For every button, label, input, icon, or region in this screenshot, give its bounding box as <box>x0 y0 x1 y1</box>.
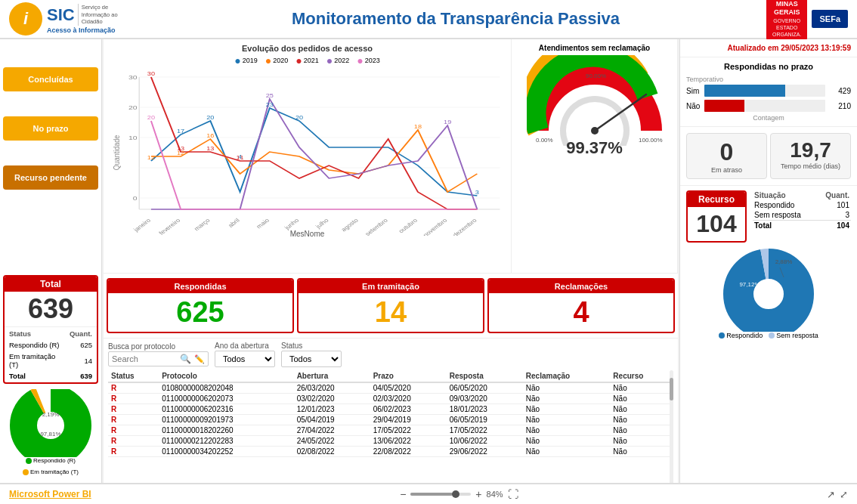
sic-acesso-text: Acesso à Informação <box>47 26 118 34</box>
svg-point-0 <box>23 398 78 453</box>
svg-text:16: 16 <box>206 133 215 139</box>
svg-text:90.00%: 90.00% <box>586 73 606 79</box>
zoom-controls: − + 84% ⛶ <box>400 488 518 500</box>
svg-text:outubro: outubro <box>397 217 419 234</box>
table-row[interactable]: R0110000000920197305/04/201929/04/201906… <box>108 415 673 425</box>
svg-text:20: 20 <box>147 115 156 121</box>
search-box: 🔍 ✏️ <box>108 351 209 366</box>
status-label: Status <box>281 342 342 350</box>
svg-text:abril: abril <box>227 218 241 229</box>
recurso-pie-area: 97,12% 2,88% Respondido Sem resposta <box>686 249 851 339</box>
recurso-section: Recurso 104 Situação Quant. Respondido 1… <box>680 186 857 483</box>
svg-text:10: 10 <box>128 135 138 141</box>
table-row[interactable]: R0108000000820204826/03/202004/05/202006… <box>108 382 673 394</box>
sidebar-item-recurso-pendente[interactable]: Recurso pendente <box>3 165 98 190</box>
total-value: 639 <box>5 292 97 326</box>
edit-icon: ✏️ <box>194 354 205 364</box>
svg-text:fevereiro: fevereiro <box>157 217 182 236</box>
line-chart-legend: ● 2019 ● 2020 ● 2021 ● 2022 ● 2023 <box>110 54 505 66</box>
line-chart-svg: Quantidade 30 20 10 0 janeiro <box>110 70 505 236</box>
temporativo-label: Temporativo <box>686 76 851 83</box>
sidebar-item-no-prazo[interactable]: No prazo <box>3 116 98 141</box>
table-wrapper: Status Protocolo Abertura Prazo Resposta… <box>108 370 673 483</box>
svg-text:2,88%: 2,88% <box>775 258 793 265</box>
line-chart-title: Evolução dos pedidos de acesso <box>110 44 505 53</box>
recurso-table: Situação Quant. Respondido 101 Sem respo… <box>753 190 851 230</box>
status-row-respondido: Respondido (R) 625 <box>6 340 95 350</box>
svg-text:12: 12 <box>147 155 156 161</box>
sidebar-sic-logo <box>3 44 98 50</box>
kpi-tramitacao-header: Em tramitação <box>299 280 483 293</box>
recurso-row-total: Total 104 <box>753 221 851 231</box>
respondidas-prazo-section: Respondidas no prazo Temporativo Sim 429… <box>680 57 857 127</box>
sidebar-item-concluidas[interactable]: Concluídas <box>3 67 98 91</box>
recurso-pie-legend: Respondido Sem resposta <box>719 332 818 339</box>
right-panel: Atualizado em 29/05/2023 13:19:59 Respon… <box>679 39 857 483</box>
svg-text:18: 18 <box>414 124 422 130</box>
header-logos: MINASGERAIS GOVERNOESTADOORGANIZA. SEFa <box>766 0 848 40</box>
gauge-svg: 0.00% 90.00% 100.00% <box>527 55 663 146</box>
table-header-row: Status Protocolo Abertura Prazo Resposta… <box>108 370 673 382</box>
table-row[interactable]: R0110000000620231612/01/202306/02/202318… <box>108 404 673 415</box>
table-row[interactable]: R0110000000620207303/02/202002/03/202009… <box>108 394 673 404</box>
recurso-pie-svg: 97,12% 2,88% <box>708 249 829 332</box>
svg-text:17: 17 <box>177 128 185 135</box>
zoom-slider[interactable] <box>410 493 471 496</box>
sidebar: Concluídas No prazo Recurso pendente Tot… <box>0 39 102 483</box>
status-row-tramitacao: Em tramitação (T) 14 <box>6 351 95 369</box>
svg-text:30: 30 <box>147 71 156 77</box>
kpi-respondidas-header: Respondidas <box>108 280 292 293</box>
powerbi-link[interactable]: Microsoft Power BI <box>9 489 91 499</box>
svg-text:25: 25 <box>266 93 274 99</box>
metrics-section: 0 Em atraso 19,7 Tempo médio (dias) <box>680 127 857 186</box>
nao-bar-container <box>704 100 825 112</box>
em-atraso-label: Em atraso <box>691 166 762 174</box>
bottom-bar: Microsoft Power BI − + 84% ⛶ ↗ ⤢ <box>0 483 857 504</box>
expand-button[interactable]: ⤢ <box>840 489 848 500</box>
svg-text:janeiro: janeiro <box>131 217 153 233</box>
svg-text:março: março <box>193 217 212 231</box>
sefa-logo: SEFa <box>812 10 848 28</box>
sic-brand-block: SIC Serviço deInformação aoCidadão Acess… <box>47 4 118 34</box>
main-content: Concluídas No prazo Recurso pendente Tot… <box>0 39 857 483</box>
busca-label: Busca por protocolo <box>108 342 209 351</box>
recurso-status: Situação Quant. Respondido 101 Sem respo… <box>753 190 851 230</box>
svg-text:dezembro: dezembro <box>451 217 478 236</box>
svg-text:Quantidade: Quantidade <box>112 135 121 171</box>
kpi-tramitacao: Em tramitação 14 <box>297 278 484 333</box>
svg-text:100.00%: 100.00% <box>639 137 663 144</box>
updated-text: Atualizado em 29/05/2023 13:19:59 <box>686 44 851 52</box>
scrollbar[interactable] <box>670 370 673 483</box>
ano-select[interactable]: Todos 2019 2020 2021 2022 2023 <box>215 351 275 367</box>
table-row[interactable]: R0110000003420225202/08/202222/08/202229… <box>108 447 673 457</box>
svg-text:11: 11 <box>237 155 245 161</box>
status-row-total: Total 639 <box>6 371 95 381</box>
zoom-in-button[interactable]: + <box>475 488 481 500</box>
svg-text:2,19%: 2,19% <box>42 411 60 418</box>
table-row[interactable]: R0110000001820226027/04/202217/05/202217… <box>108 425 673 436</box>
zoom-out-button[interactable]: − <box>400 488 406 500</box>
em-atraso-box: 0 Em atraso <box>686 133 767 179</box>
svg-text:13: 13 <box>206 146 215 152</box>
sic-icon: i <box>9 2 42 36</box>
recurso-row-sem-resposta: Sem resposta 3 <box>753 210 851 221</box>
svg-text:0: 0 <box>133 195 138 202</box>
sim-label: Sim <box>686 87 701 95</box>
svg-point-52 <box>738 264 799 324</box>
svg-text:23: 23 <box>266 102 274 108</box>
status-select[interactable]: Todos R T <box>281 351 342 367</box>
header-title: Monitoramento da Transparência Passiva <box>145 9 766 29</box>
recurso-box: Recurso 104 <box>686 190 747 243</box>
kpi-cards-row: Respondidas 625 Em tramitação 14 Reclama… <box>104 274 678 339</box>
recurso-header: Recurso <box>688 192 745 207</box>
recurso-row-respondido: Respondido 101 <box>753 200 851 210</box>
share-button[interactable]: ↗ <box>827 489 835 500</box>
gauge-title: Atendimentos sem reclamação <box>539 44 650 52</box>
action-icons: ↗ ⤢ <box>827 489 848 500</box>
fullscreen-button[interactable]: ⛶ <box>508 488 518 500</box>
table-row[interactable]: R0110000021220228324/05/202213/06/202210… <box>108 436 673 447</box>
svg-text:13: 13 <box>177 146 185 152</box>
gauge-value: 99.37% <box>566 138 623 158</box>
svg-text:97,12%: 97,12% <box>739 281 760 288</box>
search-input[interactable] <box>112 354 180 363</box>
